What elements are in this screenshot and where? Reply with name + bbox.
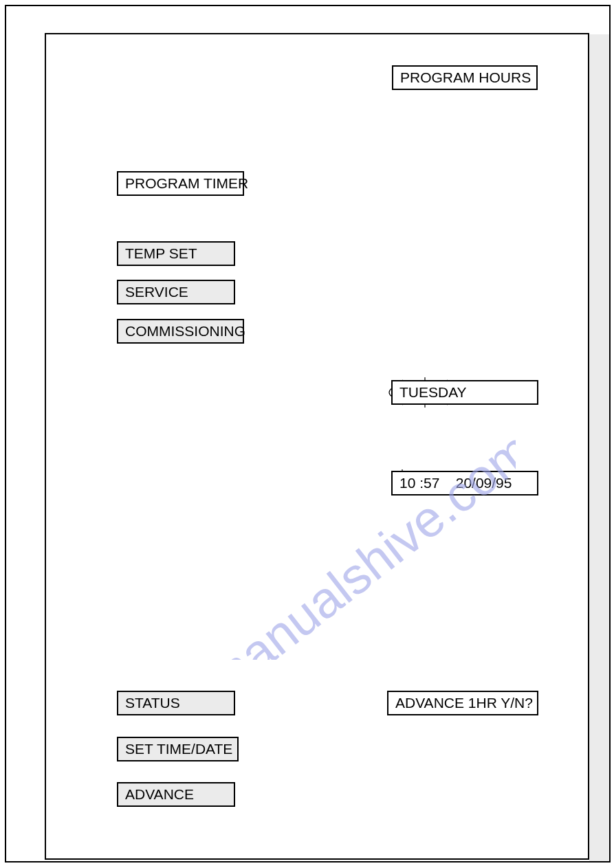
side-shade: [589, 34, 609, 861]
program-hours-box: PROGRAM HOURS: [392, 65, 538, 90]
time-date-display: 10 :57 20/09/95: [391, 471, 538, 496]
set-time-date-button[interactable]: SET TIME/DATE: [117, 737, 239, 761]
service-button[interactable]: SERVICE: [117, 280, 235, 304]
status-button[interactable]: STATUS: [117, 691, 235, 715]
temp-set-button[interactable]: TEMP SET: [117, 241, 235, 266]
inner-border: [45, 33, 589, 860]
day-display: TUESDAY: [391, 380, 538, 405]
advance-button[interactable]: ADVANCE: [117, 782, 235, 807]
program-timer-box: PROGRAM TIMER: [117, 171, 244, 196]
advance-prompt-display: ADVANCE 1HR Y/N?: [387, 691, 538, 715]
commissioning-button[interactable]: COMMISSIONING: [117, 319, 244, 344]
